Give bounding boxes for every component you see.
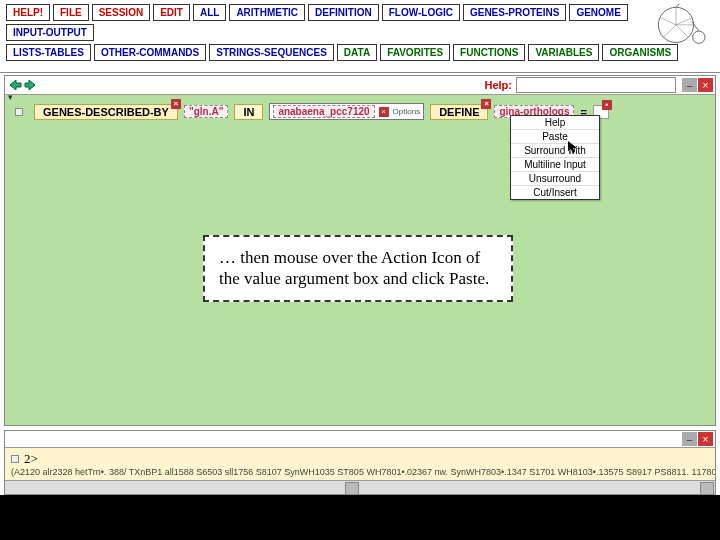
menu-all[interactable]: ALL: [193, 4, 226, 21]
menu-organisms[interactable]: ORGANISMS: [602, 44, 678, 61]
menu-definition[interactable]: DEFINITION: [308, 4, 379, 21]
menu-other-commands[interactable]: OTHER-COMMANDS: [94, 44, 206, 61]
menu-genes-proteins[interactable]: GENES-PROTEINS: [463, 4, 566, 21]
pennyfarthing-logo-icon: [656, 2, 710, 46]
nav-forward-icon[interactable]: [23, 78, 39, 92]
output-line: (A2120 alr2328 hetTrn•. 388/ TXnBP1 all1…: [11, 467, 709, 477]
workspace-canvas: ▾ GENES-DESCRIBED-BY × "gln.A" IN anabae…: [5, 95, 715, 425]
menu-row-2: LISTS-TABLESOTHER-COMMANDSSTRINGS-SEQUEN…: [6, 44, 714, 61]
minimize-icon[interactable]: –: [682, 432, 697, 446]
help-input[interactable]: [516, 77, 676, 93]
keyword-in-chip[interactable]: IN: [234, 104, 263, 120]
chip-close-icon[interactable]: ×: [171, 99, 181, 109]
expression-row: ▾ GENES-DESCRIBED-BY × "gln.A" IN anabae…: [15, 103, 705, 120]
action-icon[interactable]: ▪: [602, 100, 612, 110]
literal-arg[interactable]: "gln.A": [184, 105, 228, 118]
svg-line-5: [664, 25, 676, 37]
ctx-paste[interactable]: Paste: [511, 130, 599, 144]
ctx-multiline-input[interactable]: Multiline Input: [511, 158, 599, 172]
ctx-cut-insert[interactable]: Cut/Insert: [511, 186, 599, 199]
minimize-icon[interactable]: –: [682, 78, 697, 92]
action-handle-icon[interactable]: [11, 455, 19, 463]
chip-close-icon[interactable]: ×: [379, 107, 389, 117]
keyword-label: IN: [243, 106, 254, 118]
svg-line-8: [676, 4, 680, 8]
menu-input-output[interactable]: INPUT-OUTPUT: [6, 24, 94, 41]
svg-line-4: [661, 18, 676, 25]
function-chip-genes-described-by[interactable]: GENES-DESCRIBED-BY ×: [34, 104, 178, 120]
menu-flow-logic[interactable]: FLOW-LOGIC: [382, 4, 460, 21]
svg-marker-10: [10, 80, 21, 90]
main-toolbar: HELP!FILESESSIONEDITALLARITHMETICDEFINIT…: [0, 0, 720, 73]
menu-help![interactable]: HELP!: [6, 4, 50, 21]
menu-row-1: HELP!FILESESSIONEDITALLARITHMETICDEFINIT…: [6, 4, 714, 41]
options-label[interactable]: Options: [393, 107, 421, 116]
menu-functions[interactable]: FUNCTIONS: [453, 44, 525, 61]
ctx-help[interactable]: Help: [511, 116, 599, 130]
close-icon[interactable]: ×: [698, 432, 713, 446]
organism-arg-card[interactable]: anabaena_pcc7120 × Options: [269, 103, 424, 120]
svg-point-1: [693, 31, 705, 43]
function-chip-define[interactable]: DEFINE ×: [430, 104, 488, 120]
callout-text: … then mouse over the Action Icon of the…: [219, 248, 489, 288]
workspace-panel: Help: – × ▾ GENES-DESCRIBED-BY × "gln.A"…: [4, 75, 716, 426]
workspace-header: Help: – ×: [5, 76, 715, 95]
svg-marker-11: [25, 80, 35, 90]
menu-lists-tables[interactable]: LISTS-TABLES: [6, 44, 91, 61]
organism-value: anabaena_pcc7120: [273, 105, 374, 118]
svg-line-3: [676, 18, 692, 25]
menu-file[interactable]: FILE: [53, 4, 89, 21]
menu-edit[interactable]: EDIT: [153, 4, 190, 21]
action-handle-icon[interactable]: ▾: [15, 108, 23, 116]
output-panel: – × 2> (A2120 alr2328 hetTrn•. 388/ TXnB…: [4, 430, 716, 495]
menu-variables[interactable]: VARIABLES: [528, 44, 599, 61]
function-label: GENES-DESCRIBED-BY: [43, 106, 169, 118]
menu-favorites[interactable]: FAVORITES: [380, 44, 450, 61]
help-label: Help:: [485, 79, 513, 91]
menu-strings-sequences[interactable]: STRINGS-SEQUENCES: [209, 44, 334, 61]
context-menu: HelpPasteSurround withMultiline InputUns…: [510, 115, 600, 200]
footer-blackbar: [0, 495, 720, 540]
close-icon[interactable]: ×: [698, 78, 713, 92]
instruction-callout: … then mouse over the Action Icon of the…: [203, 235, 513, 302]
function-label: DEFINE: [439, 106, 479, 118]
ctx-surround-with[interactable]: Surround with: [511, 144, 599, 158]
prompt-text: 2>: [24, 451, 38, 466]
svg-line-6: [676, 25, 688, 37]
menu-session[interactable]: SESSION: [92, 4, 150, 21]
output-panel-header: – ×: [5, 431, 715, 448]
menu-genome[interactable]: GENOME: [569, 4, 627, 21]
chip-close-icon[interactable]: ×: [481, 99, 491, 109]
nav-back-icon[interactable]: [7, 78, 23, 92]
horizontal-scrollbar[interactable]: [5, 480, 715, 494]
menu-arithmetic[interactable]: ARITHMETIC: [229, 4, 305, 21]
menu-data[interactable]: DATA: [337, 44, 377, 61]
ctx-unsurround[interactable]: Unsurround: [511, 172, 599, 186]
output-body: 2> (A2120 alr2328 hetTrn•. 388/ TXnBP1 a…: [5, 448, 715, 480]
